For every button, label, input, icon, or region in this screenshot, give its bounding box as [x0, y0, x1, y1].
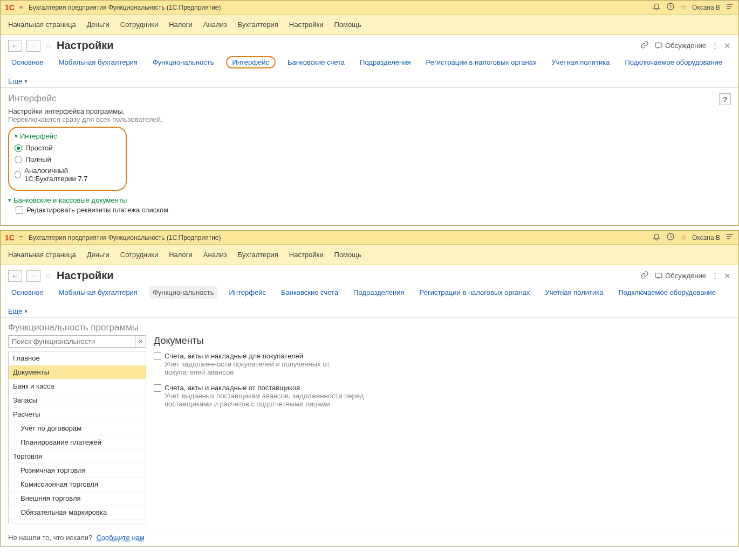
menu-item[interactable]: Бухгалтерия — [238, 20, 278, 29]
menu-item[interactable]: Деньги — [87, 20, 110, 29]
menu-icon[interactable]: ≡ — [19, 3, 23, 12]
nav-back-button[interactable]: ← — [8, 270, 22, 282]
option-description: Учет задолженности покупателей и получен… — [154, 360, 370, 376]
nav-forward-button[interactable]: → — [26, 40, 40, 52]
menu-item[interactable]: Начальная страница — [8, 251, 76, 259]
checkbox-option[interactable]: Счета, акты и накладные для покупателей — [154, 352, 731, 360]
radio-option[interactable]: Полный — [15, 154, 118, 165]
checkbox-option[interactable]: Редактировать реквизиты платежа списком — [8, 204, 731, 216]
tab-link[interactable]: Функциональность — [149, 56, 217, 68]
tree-item[interactable]: Комиссионная торговля — [9, 478, 146, 492]
tab-link[interactable]: Учетная политика — [548, 56, 613, 68]
discussion-label: Обсуждение — [665, 42, 706, 50]
menu-item[interactable]: Анализ — [203, 20, 227, 29]
radio-icon — [15, 156, 22, 163]
nav-back-button[interactable]: ← — [8, 40, 22, 52]
tab-link[interactable]: Регистрации в налоговых органах — [416, 286, 533, 299]
username[interactable]: Оксана В — [692, 234, 720, 241]
settings-bars-icon[interactable] — [726, 2, 734, 12]
history-icon[interactable] — [666, 232, 675, 243]
menu-item[interactable]: Настройки — [289, 251, 324, 259]
tab-link[interactable]: Регистрации в налоговых органах — [423, 56, 540, 68]
tree-item[interactable]: Банк и касса — [9, 379, 146, 393]
more-label: Еще — [8, 307, 22, 315]
tree-item[interactable]: Торговля — [9, 450, 146, 464]
tabs-more-dropdown[interactable]: Еще ▼ — [8, 307, 28, 315]
radio-option[interactable]: Аналогичный 1С:Бухгалтерии 7.7 — [15, 165, 118, 184]
tree-item[interactable]: Запасы — [9, 393, 146, 407]
tab-link[interactable]: Основное — [8, 286, 47, 299]
tab-link[interactable]: Мобильная бухгалтерия — [56, 286, 141, 299]
tree-item[interactable]: Учет по договорам — [9, 421, 146, 435]
tab-functionality-current[interactable]: Функциональность — [149, 286, 217, 299]
help-button[interactable]: ? — [719, 93, 731, 105]
history-icon[interactable] — [666, 2, 675, 12]
close-icon[interactable]: ✕ — [724, 41, 731, 51]
menu-item[interactable]: Настройки — [289, 20, 324, 29]
star-icon[interactable]: ☆ — [680, 233, 687, 241]
titlebar: 1C ≡ Бухгалтерия предприятия Функциональ… — [1, 231, 738, 245]
menu-item[interactable]: Помощь — [334, 20, 361, 29]
footer-link[interactable]: Сообщите нам — [97, 534, 145, 542]
menu-item[interactable]: Начальная страница — [8, 20, 76, 29]
radio-label: Простой — [25, 144, 53, 152]
tab-link[interactable]: Подключаемое оборудование — [615, 286, 720, 299]
tab-link[interactable]: Основное — [8, 56, 47, 68]
menu-item[interactable]: Анализ — [203, 251, 227, 259]
group-title-bank[interactable]: ▾Банковские и кассовые документы — [8, 196, 731, 204]
bell-icon[interactable] — [652, 2, 661, 12]
tab-interface-highlighted[interactable]: Интерфейс — [226, 56, 276, 68]
tree-item[interactable]: Обязательная маркировка — [9, 506, 146, 520]
more-icon[interactable]: ⋮ — [711, 272, 719, 280]
page-title: Настройки — [57, 39, 636, 52]
tree-item[interactable]: Розничная торговля — [9, 464, 146, 478]
svg-rect-3 — [655, 273, 662, 277]
favorite-icon[interactable]: ☆ — [45, 40, 52, 51]
discussion-button[interactable]: Обсуждение — [654, 272, 706, 280]
discussion-button[interactable]: Обсуждение — [654, 42, 706, 50]
tree-item[interactable]: Документы — [9, 365, 146, 379]
menu-item[interactable]: Сотрудники — [120, 251, 158, 259]
tab-link[interactable]: Банковские счета — [284, 56, 348, 68]
menu-item[interactable]: Налоги — [169, 20, 193, 29]
tree-item[interactable]: Главное — [9, 351, 146, 365]
nav-forward-button[interactable]: → — [26, 270, 40, 282]
username[interactable]: Оксана В — [692, 4, 720, 11]
option-block: Счета, акты и накладные от поставщиков У… — [154, 384, 731, 408]
close-icon[interactable]: ✕ — [724, 271, 731, 281]
menu-item[interactable]: Бухгалтерия — [238, 251, 278, 259]
interface-group-highlighted: ▾Интерфейс Простой Полный Аналогичный 1С… — [8, 127, 127, 191]
bell-icon[interactable] — [652, 232, 661, 243]
favorite-icon[interactable]: ☆ — [45, 271, 52, 281]
tab-link[interactable]: Учетная политика — [542, 286, 606, 299]
tab-link[interactable]: Интерфейс — [226, 286, 269, 299]
radio-option[interactable]: Простой — [15, 142, 118, 154]
menu-item[interactable]: Деньги — [87, 251, 110, 259]
more-icon[interactable]: ⋮ — [711, 42, 719, 50]
link-icon[interactable] — [640, 271, 649, 281]
tab-link[interactable]: Мобильная бухгалтерия — [56, 56, 141, 68]
tree-item[interactable]: Расчеты — [9, 407, 146, 421]
tab-link[interactable]: Подразделения — [357, 56, 414, 68]
tree-item[interactable]: Планирование платежей — [9, 435, 146, 450]
search-input[interactable] — [8, 335, 135, 348]
menu-item[interactable]: Сотрудники — [120, 20, 158, 29]
tab-link[interactable]: Подразделения — [350, 286, 408, 299]
content-area: ? Интерфейс Настройки интерфейса програм… — [1, 88, 738, 225]
tab-link[interactable]: Банковские счета — [278, 286, 341, 299]
tab-link[interactable]: Подключаемое оборудование — [622, 56, 726, 68]
category-tree: ГлавноеДокументыБанк и кассаЗапасыРасчет… — [8, 351, 146, 523]
checkbox-option[interactable]: Счета, акты и накладные от поставщиков — [154, 384, 731, 392]
clear-search-button[interactable]: × — [135, 335, 146, 348]
section-heading: Функциональность программы — [8, 322, 731, 333]
tabs-more-dropdown[interactable]: Еще ▼ — [8, 77, 28, 85]
menu-icon[interactable]: ≡ — [19, 233, 23, 242]
group-title[interactable]: ▾Интерфейс — [15, 132, 118, 140]
tree-item[interactable]: Внешняя торговля — [9, 492, 146, 506]
tree-scroll[interactable]: ГлавноеДокументыБанк и кассаЗапасыРасчет… — [9, 351, 146, 523]
settings-bars-icon[interactable] — [726, 232, 734, 243]
menu-item[interactable]: Налоги — [169, 251, 193, 259]
link-icon[interactable] — [640, 40, 649, 51]
star-icon[interactable]: ☆ — [680, 3, 687, 11]
menu-item[interactable]: Помощь — [334, 251, 361, 259]
